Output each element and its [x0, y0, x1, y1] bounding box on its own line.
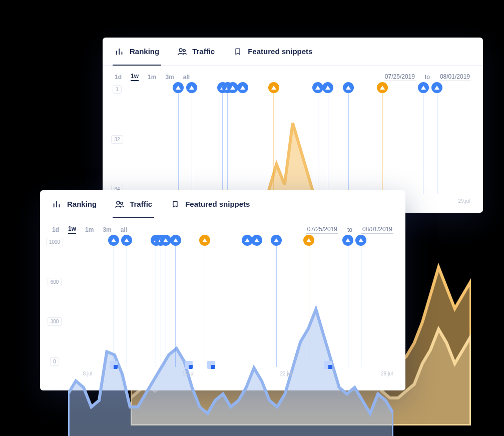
event-marker[interactable] [271, 235, 282, 246]
users-icon [177, 47, 187, 57]
y-axis-labels: 13264 [108, 85, 127, 193]
note-marker[interactable] [110, 361, 118, 369]
note-marker[interactable] [324, 361, 332, 369]
svg-point-2 [117, 201, 120, 204]
y-tick: 1000 [46, 238, 63, 246]
plot-area [131, 85, 471, 195]
date-sep: to [425, 74, 430, 81]
event-marker[interactable] [268, 82, 279, 93]
event-marker[interactable] [251, 235, 262, 246]
range-1w[interactable]: 1w [68, 225, 76, 234]
range-1w[interactable]: 1w [131, 73, 139, 81]
event-marker[interactable] [377, 82, 388, 93]
traffic-card: Ranking Traffic Featured snippets 1d 1w … [40, 190, 405, 390]
event-marker[interactable] [227, 82, 238, 93]
tab-featured[interactable]: Featured snippets [233, 38, 312, 65]
tab-label: Traffic [192, 47, 215, 56]
svg-point-0 [179, 49, 182, 52]
range-3m[interactable]: 3m [165, 74, 174, 81]
y-tick: 32 [111, 135, 123, 144]
tab-label: Featured snippets [185, 200, 250, 208]
note-marker[interactable] [207, 361, 215, 369]
range-all[interactable]: all [183, 74, 190, 81]
y-tick: 600 [48, 278, 62, 286]
event-marker[interactable] [121, 235, 132, 246]
controls-row: 1d 1w 1m 3m all 07/25/2019 to 08/01/2019 [40, 218, 405, 238]
note-marker[interactable] [185, 361, 193, 369]
traffic-chart: 10006003000 8.jul15.jul22.jul29.jul [40, 238, 405, 386]
ranking-card: Ranking Traffic Featured snippets 1d 1w … [103, 38, 483, 213]
tab-featured[interactable]: Featured snippets [170, 190, 250, 218]
event-marker[interactable] [355, 235, 366, 246]
tab-ranking[interactable]: Ranking [52, 190, 97, 218]
y-tick: 1 [113, 85, 122, 94]
date-from[interactable]: 07/25/2019 [384, 73, 416, 81]
y-tick: 0 [50, 357, 59, 366]
tab-label: Ranking [67, 200, 97, 208]
x-tick: 29.jul [458, 198, 470, 204]
date-to[interactable]: 08/01/2019 [361, 225, 393, 234]
x-tick: 29.jul [381, 371, 393, 376]
date-sep: to [347, 226, 352, 233]
event-marker[interactable] [312, 82, 323, 93]
tab-ranking[interactable]: Ranking [115, 38, 159, 65]
event-marker[interactable] [237, 82, 248, 93]
x-tick: 15.jul [183, 371, 195, 376]
bar-chart-icon [115, 47, 125, 57]
svg-point-3 [121, 202, 123, 204]
date-from[interactable]: 07/25/2019 [306, 225, 338, 234]
x-axis-labels: 8.jul15.jul22.jul29.jul [68, 371, 393, 381]
tab-label: Ranking [130, 47, 159, 56]
bookmark-icon [170, 199, 180, 209]
plot-area [68, 238, 393, 368]
event-marker[interactable] [343, 82, 354, 93]
y-tick: 300 [48, 317, 62, 326]
y-axis-labels: 10006003000 [45, 238, 64, 366]
svg-point-1 [183, 49, 185, 51]
event-marker[interactable] [108, 235, 119, 246]
date-to[interactable]: 08/01/2019 [439, 73, 471, 81]
bar-chart-icon [52, 199, 62, 209]
tab-traffic[interactable]: Traffic [177, 38, 215, 65]
tabs: Ranking Traffic Featured snippets [103, 38, 483, 66]
event-marker[interactable] [342, 235, 353, 246]
event-marker[interactable] [173, 82, 184, 93]
controls-row: 1d 1w 1m 3m all 07/25/2019 to 08/01/2019 [103, 66, 483, 85]
range-1m[interactable]: 1m [148, 74, 156, 81]
range-1d[interactable]: 1d [52, 226, 59, 233]
x-tick: 22.jul [280, 371, 292, 376]
event-marker[interactable] [170, 235, 181, 246]
event-marker[interactable] [199, 235, 210, 246]
tab-label: Traffic [130, 200, 152, 208]
x-tick: 8.jul [83, 371, 92, 376]
range-3m[interactable]: 3m [103, 226, 111, 233]
event-marker[interactable] [431, 82, 442, 93]
event-marker[interactable] [322, 82, 333, 93]
event-marker[interactable] [186, 82, 197, 93]
tabs: Ranking Traffic Featured snippets [40, 190, 405, 218]
event-marker[interactable] [303, 235, 314, 246]
range-all[interactable]: all [121, 226, 127, 233]
tab-traffic[interactable]: Traffic [115, 190, 152, 218]
users-icon [115, 199, 125, 209]
event-marker[interactable] [418, 82, 429, 93]
bookmark-icon [233, 47, 243, 57]
range-1d[interactable]: 1d [115, 74, 122, 81]
range-1m[interactable]: 1m [85, 226, 94, 233]
tab-label: Featured snippets [248, 47, 312, 56]
